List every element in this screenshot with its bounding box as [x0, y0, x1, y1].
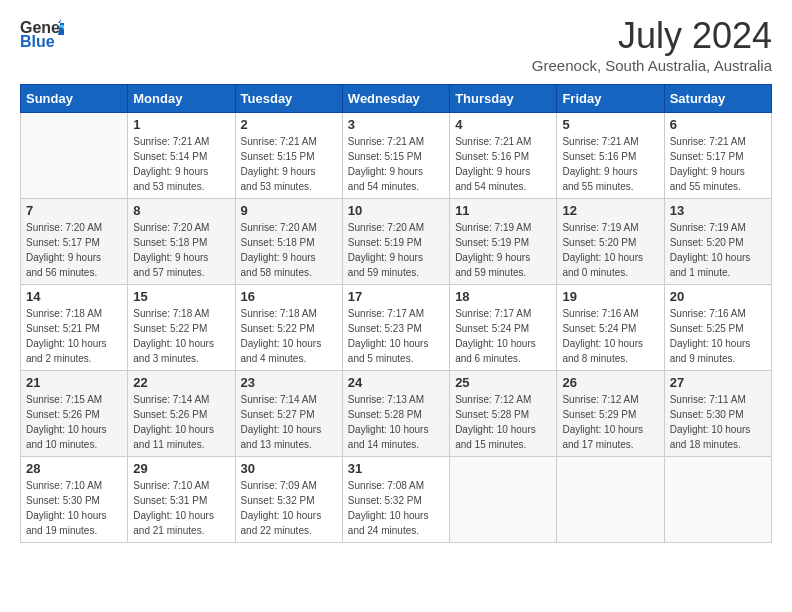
day-info: Sunrise: 7:17 AM Sunset: 5:23 PM Dayligh…	[348, 306, 444, 366]
calendar-cell: 8Sunrise: 7:20 AM Sunset: 5:18 PM Daylig…	[128, 199, 235, 285]
calendar-cell: 30Sunrise: 7:09 AM Sunset: 5:32 PM Dayli…	[235, 457, 342, 543]
calendar-week-2: 7Sunrise: 7:20 AM Sunset: 5:17 PM Daylig…	[21, 199, 772, 285]
day-number: 9	[241, 203, 337, 218]
day-info: Sunrise: 7:18 AM Sunset: 5:21 PM Dayligh…	[26, 306, 122, 366]
calendar-cell: 19Sunrise: 7:16 AM Sunset: 5:24 PM Dayli…	[557, 285, 664, 371]
calendar-cell: 10Sunrise: 7:20 AM Sunset: 5:19 PM Dayli…	[342, 199, 449, 285]
calendar-body: 1Sunrise: 7:21 AM Sunset: 5:14 PM Daylig…	[21, 113, 772, 543]
day-number: 25	[455, 375, 551, 390]
calendar-cell: 21Sunrise: 7:15 AM Sunset: 5:26 PM Dayli…	[21, 371, 128, 457]
calendar-header-row: SundayMondayTuesdayWednesdayThursdayFrid…	[21, 85, 772, 113]
day-info: Sunrise: 7:21 AM Sunset: 5:17 PM Dayligh…	[670, 134, 766, 194]
day-number: 24	[348, 375, 444, 390]
day-info: Sunrise: 7:14 AM Sunset: 5:27 PM Dayligh…	[241, 392, 337, 452]
weekday-header-wednesday: Wednesday	[342, 85, 449, 113]
calendar-cell: 1Sunrise: 7:21 AM Sunset: 5:14 PM Daylig…	[128, 113, 235, 199]
day-number: 2	[241, 117, 337, 132]
day-number: 4	[455, 117, 551, 132]
day-info: Sunrise: 7:16 AM Sunset: 5:24 PM Dayligh…	[562, 306, 658, 366]
calendar-cell	[557, 457, 664, 543]
calendar-cell: 29Sunrise: 7:10 AM Sunset: 5:31 PM Dayli…	[128, 457, 235, 543]
weekday-header-tuesday: Tuesday	[235, 85, 342, 113]
calendar-cell: 6Sunrise: 7:21 AM Sunset: 5:17 PM Daylig…	[664, 113, 771, 199]
day-number: 23	[241, 375, 337, 390]
calendar-cell: 20Sunrise: 7:16 AM Sunset: 5:25 PM Dayli…	[664, 285, 771, 371]
logo-icon: General Blue	[20, 15, 64, 51]
day-number: 29	[133, 461, 229, 476]
day-number: 11	[455, 203, 551, 218]
calendar-cell: 26Sunrise: 7:12 AM Sunset: 5:29 PM Dayli…	[557, 371, 664, 457]
calendar-week-4: 21Sunrise: 7:15 AM Sunset: 5:26 PM Dayli…	[21, 371, 772, 457]
day-number: 1	[133, 117, 229, 132]
day-number: 19	[562, 289, 658, 304]
day-info: Sunrise: 7:10 AM Sunset: 5:30 PM Dayligh…	[26, 478, 122, 538]
day-info: Sunrise: 7:21 AM Sunset: 5:16 PM Dayligh…	[455, 134, 551, 194]
day-number: 14	[26, 289, 122, 304]
calendar-cell: 4Sunrise: 7:21 AM Sunset: 5:16 PM Daylig…	[450, 113, 557, 199]
day-info: Sunrise: 7:19 AM Sunset: 5:19 PM Dayligh…	[455, 220, 551, 280]
calendar-cell	[664, 457, 771, 543]
day-number: 30	[241, 461, 337, 476]
day-number: 22	[133, 375, 229, 390]
calendar-cell: 22Sunrise: 7:14 AM Sunset: 5:26 PM Dayli…	[128, 371, 235, 457]
day-number: 7	[26, 203, 122, 218]
day-info: Sunrise: 7:20 AM Sunset: 5:17 PM Dayligh…	[26, 220, 122, 280]
weekday-header-saturday: Saturday	[664, 85, 771, 113]
day-info: Sunrise: 7:21 AM Sunset: 5:16 PM Dayligh…	[562, 134, 658, 194]
calendar-cell: 17Sunrise: 7:17 AM Sunset: 5:23 PM Dayli…	[342, 285, 449, 371]
day-number: 16	[241, 289, 337, 304]
calendar-cell: 31Sunrise: 7:08 AM Sunset: 5:32 PM Dayli…	[342, 457, 449, 543]
month-title: July 2024	[532, 15, 772, 57]
calendar-cell	[450, 457, 557, 543]
day-number: 21	[26, 375, 122, 390]
weekday-header-thursday: Thursday	[450, 85, 557, 113]
day-info: Sunrise: 7:21 AM Sunset: 5:15 PM Dayligh…	[348, 134, 444, 194]
calendar-cell: 15Sunrise: 7:18 AM Sunset: 5:22 PM Dayli…	[128, 285, 235, 371]
calendar-cell: 23Sunrise: 7:14 AM Sunset: 5:27 PM Dayli…	[235, 371, 342, 457]
calendar-cell: 9Sunrise: 7:20 AM Sunset: 5:18 PM Daylig…	[235, 199, 342, 285]
calendar-cell: 24Sunrise: 7:13 AM Sunset: 5:28 PM Dayli…	[342, 371, 449, 457]
day-info: Sunrise: 7:18 AM Sunset: 5:22 PM Dayligh…	[241, 306, 337, 366]
day-info: Sunrise: 7:20 AM Sunset: 5:19 PM Dayligh…	[348, 220, 444, 280]
day-number: 26	[562, 375, 658, 390]
day-info: Sunrise: 7:12 AM Sunset: 5:28 PM Dayligh…	[455, 392, 551, 452]
calendar-cell: 18Sunrise: 7:17 AM Sunset: 5:24 PM Dayli…	[450, 285, 557, 371]
title-area: July 2024 Greenock, South Australia, Aus…	[532, 15, 772, 74]
weekday-header-monday: Monday	[128, 85, 235, 113]
calendar-cell: 28Sunrise: 7:10 AM Sunset: 5:30 PM Dayli…	[21, 457, 128, 543]
day-number: 18	[455, 289, 551, 304]
day-info: Sunrise: 7:09 AM Sunset: 5:32 PM Dayligh…	[241, 478, 337, 538]
day-number: 6	[670, 117, 766, 132]
day-number: 15	[133, 289, 229, 304]
calendar-cell: 11Sunrise: 7:19 AM Sunset: 5:19 PM Dayli…	[450, 199, 557, 285]
calendar-cell: 16Sunrise: 7:18 AM Sunset: 5:22 PM Dayli…	[235, 285, 342, 371]
day-number: 28	[26, 461, 122, 476]
day-number: 20	[670, 289, 766, 304]
day-number: 5	[562, 117, 658, 132]
day-info: Sunrise: 7:18 AM Sunset: 5:22 PM Dayligh…	[133, 306, 229, 366]
day-number: 17	[348, 289, 444, 304]
logo-area: General Blue	[20, 15, 64, 51]
calendar-cell: 14Sunrise: 7:18 AM Sunset: 5:21 PM Dayli…	[21, 285, 128, 371]
day-info: Sunrise: 7:12 AM Sunset: 5:29 PM Dayligh…	[562, 392, 658, 452]
day-info: Sunrise: 7:20 AM Sunset: 5:18 PM Dayligh…	[241, 220, 337, 280]
calendar-cell: 25Sunrise: 7:12 AM Sunset: 5:28 PM Dayli…	[450, 371, 557, 457]
day-number: 12	[562, 203, 658, 218]
calendar-week-5: 28Sunrise: 7:10 AM Sunset: 5:30 PM Dayli…	[21, 457, 772, 543]
day-info: Sunrise: 7:08 AM Sunset: 5:32 PM Dayligh…	[348, 478, 444, 538]
day-info: Sunrise: 7:17 AM Sunset: 5:24 PM Dayligh…	[455, 306, 551, 366]
day-number: 27	[670, 375, 766, 390]
calendar-week-1: 1Sunrise: 7:21 AM Sunset: 5:14 PM Daylig…	[21, 113, 772, 199]
day-info: Sunrise: 7:11 AM Sunset: 5:30 PM Dayligh…	[670, 392, 766, 452]
calendar-cell: 5Sunrise: 7:21 AM Sunset: 5:16 PM Daylig…	[557, 113, 664, 199]
day-number: 3	[348, 117, 444, 132]
svg-text:Blue: Blue	[20, 33, 55, 50]
day-info: Sunrise: 7:13 AM Sunset: 5:28 PM Dayligh…	[348, 392, 444, 452]
calendar-cell: 12Sunrise: 7:19 AM Sunset: 5:20 PM Dayli…	[557, 199, 664, 285]
page-header: General Blue July 2024 Greenock, South A…	[20, 15, 772, 74]
calendar-cell: 7Sunrise: 7:20 AM Sunset: 5:17 PM Daylig…	[21, 199, 128, 285]
calendar-cell: 3Sunrise: 7:21 AM Sunset: 5:15 PM Daylig…	[342, 113, 449, 199]
day-number: 10	[348, 203, 444, 218]
day-info: Sunrise: 7:14 AM Sunset: 5:26 PM Dayligh…	[133, 392, 229, 452]
calendar-cell	[21, 113, 128, 199]
